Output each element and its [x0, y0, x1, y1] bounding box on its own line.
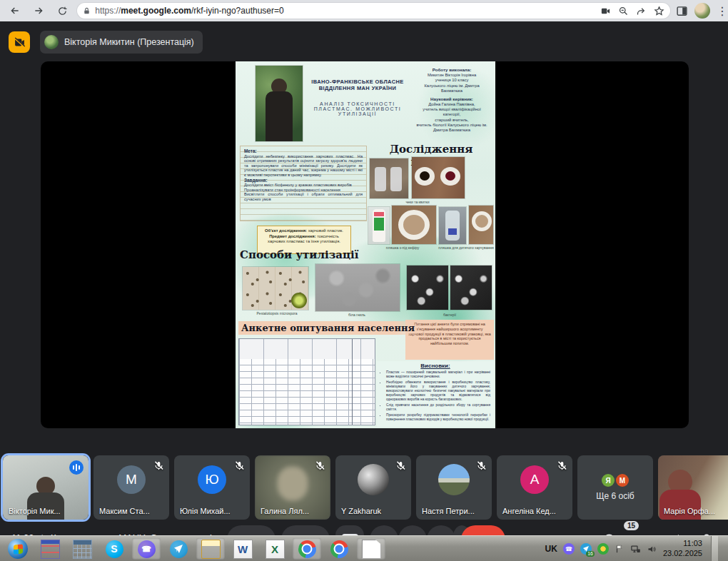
taskbar-document[interactable] — [357, 538, 385, 560]
participant-tile-yuliia[interactable]: Ю Юлія Михай... — [174, 455, 250, 520]
url-text: https://meet.google.com/rkf-iyin-ngo?aut… — [95, 6, 600, 16]
avatar: М — [117, 465, 146, 494]
taskbar-telegram[interactable] — [164, 538, 193, 560]
avatar: А — [520, 465, 549, 494]
avatar-photo — [438, 464, 470, 495]
taskbar-word[interactable]: W — [228, 538, 257, 560]
participant-tile-nastia[interactable]: Настя Петри... — [416, 455, 492, 520]
zoom-page-icon[interactable] — [618, 6, 629, 16]
tray-viber-icon[interactable]: ☎ — [563, 543, 575, 555]
chrome-icon — [298, 540, 316, 558]
presentation-stage: ІВАНО-ФРАНКІВСЬКЕ ОБЛАСНЕ ВІДДІЛЕННЯ МАН… — [41, 61, 689, 428]
bookmark-star-icon[interactable] — [654, 6, 664, 16]
caption-mold: біла гниль — [321, 313, 393, 317]
windows-taskbar: S ☎ W X UK ☎ 16 11:03 23.02.2025 — [0, 535, 728, 561]
participant-tile-maksym[interactable]: М Максим Ста... — [93, 455, 169, 520]
excel-icon: X — [266, 540, 285, 559]
student-photo — [256, 66, 303, 141]
tray-flag-icon[interactable] — [615, 544, 625, 554]
chrome-icon — [330, 540, 348, 558]
taskbar-calculator[interactable] — [68, 538, 96, 560]
conclusion-item: Необхідно обмежити використання і виробн… — [386, 380, 490, 402]
mic-off-icon — [476, 460, 487, 471]
presenter-pill[interactable]: Вікторія Микитин (Презентація) — [40, 31, 203, 54]
screen: https://meet.google.com/rkf-iyin-ngo?aut… — [0, 0, 728, 561]
tray-network-icon[interactable] — [630, 544, 641, 555]
tray-clock[interactable]: 11:03 23.02.2025 — [663, 539, 702, 559]
start-button[interactable] — [4, 538, 32, 560]
document-icon — [362, 540, 381, 559]
camera-permission-icon[interactable] — [600, 6, 611, 16]
meet-page: Вікторія Микитин (Презентація) ІВАНО-ФРА… — [0, 21, 728, 535]
taskbar-notepad[interactable] — [36, 538, 64, 560]
share-icon[interactable] — [636, 6, 647, 16]
photo-plates — [412, 157, 465, 198]
side-panel-icon[interactable] — [676, 5, 688, 17]
mic-off-icon — [234, 460, 245, 471]
poster-title: АНАЛІЗ ТОКСИЧНОСТІ ПЛАСТМАС. МОЖЛИВОСТІ … — [305, 101, 410, 116]
participant-tile-mariia[interactable]: Марія Орфа... — [658, 455, 728, 520]
calculator-icon — [73, 540, 92, 559]
caption-receipts: чеки та квитки — [378, 200, 457, 204]
back-button[interactable] — [6, 1, 24, 20]
goal-tasks-note: Мета: Дослідити небезпеку використання х… — [240, 146, 367, 221]
participant-tile-yzakharuk[interactable]: Y Zakharuk — [335, 455, 411, 520]
photo-plastic-samples — [370, 158, 408, 198]
shared-poster: ІВАНО-ФРАНКІВСЬКЕ ОБЛАСНЕ ВІДДІЛЕННЯ МАН… — [236, 61, 495, 428]
viber-icon: ☎ — [138, 540, 156, 558]
tray-volume-icon[interactable] — [647, 544, 657, 555]
section-recycle-heading: Способи утилізації — [240, 248, 368, 261]
tray-telegram-icon[interactable]: 16 — [580, 543, 592, 555]
conclusion-item: Прискорити розробку підприємствами техно… — [386, 413, 490, 422]
taskbar-chrome[interactable] — [325, 538, 353, 560]
reload-button[interactable] — [54, 1, 71, 20]
camera-off-indicator[interactable] — [9, 31, 30, 53]
participant-tile-overflow[interactable]: Я М Ще 6 осіб — [577, 455, 653, 520]
mini-avatar: М — [616, 474, 629, 487]
conclusion-item: Слід привчати населення до роздільного з… — [386, 403, 490, 412]
taskbar-skype[interactable]: S — [100, 538, 128, 560]
participant-tile-anhelina[interactable]: А Ангеліна Кед... — [497, 455, 572, 520]
language-indicator[interactable]: UK — [545, 544, 557, 554]
mini-avatar: Я — [602, 474, 615, 487]
overflow-count-label: Ще 6 осіб — [596, 491, 634, 501]
taskbar-excel[interactable]: X — [261, 538, 289, 560]
show-desktop-button[interactable] — [711, 536, 718, 561]
lock-icon — [83, 7, 91, 15]
skype-icon: S — [106, 540, 123, 558]
tray-antivirus-icon[interactable] — [597, 543, 609, 555]
taskbar-viber[interactable]: ☎ — [132, 538, 161, 560]
presenter-thumbnail — [44, 35, 59, 49]
poster-credits: Роботу виконала: Микитин Вікторія Ігорів… — [411, 67, 492, 133]
mic-off-icon — [557, 460, 567, 471]
tray-unread-badge: 16 — [586, 551, 595, 557]
browser-toolbar: https://meet.google.com/rkf-iyin-ngo?aut… — [0, 0, 728, 21]
windows-logo-icon — [8, 539, 28, 559]
photo-cup-1 — [392, 206, 436, 244]
notepad-icon — [41, 540, 60, 559]
photo-kefir-bottle — [368, 207, 390, 244]
avatar-photo — [358, 464, 389, 495]
speaking-indicator-icon — [69, 460, 84, 475]
caption-bacteria: бактерії — [414, 313, 485, 317]
section-survey-heading: Анкетне опитування населення — [238, 321, 423, 335]
avatar: Ю — [198, 465, 226, 494]
taskbar-chrome-active[interactable] — [293, 538, 321, 560]
address-bar[interactable]: https://meet.google.com/rkf-iyin-ngo?aut… — [77, 3, 670, 19]
browser-menu-icon[interactable]: ⋮ — [717, 4, 728, 18]
presenter-name: Вікторія Микитин (Презентація) — [64, 37, 194, 47]
participant-tile-viktoriia[interactable]: Вікторія Мик... — [3, 455, 89, 520]
conclusion-item: Пластик — поширений пакувальний матеріал… — [386, 370, 490, 379]
caption-fungus: Pestalotiopsis microspora — [241, 311, 313, 315]
participant-tile-halyna[interactable]: Галина Лял... — [255, 455, 330, 520]
participant-count-badge: 15 — [624, 521, 639, 530]
word-icon: W — [233, 540, 253, 559]
micrograph-fungus — [243, 267, 308, 310]
mic-off-icon — [153, 460, 164, 471]
taskbar-explorer[interactable] — [196, 538, 225, 560]
telegram-icon — [170, 540, 188, 558]
mic-off-icon — [315, 460, 325, 471]
survey-results-table — [238, 338, 375, 425]
forward-button[interactable] — [29, 1, 47, 20]
browser-profile-avatar[interactable] — [694, 3, 710, 19]
